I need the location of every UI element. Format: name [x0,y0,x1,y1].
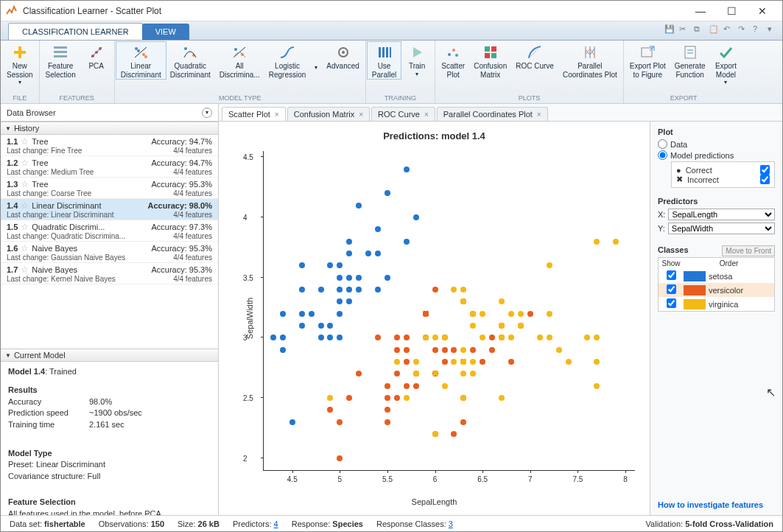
close-tab-icon[interactable]: × [275,111,279,119]
data-point [346,287,352,293]
star-icon[interactable]: ☆ [21,179,29,189]
show-class-checkbox[interactable] [667,298,676,308]
all-discriminants-button[interactable]: All Discrimina... [215,42,264,79]
data-point [289,419,295,425]
close-button[interactable]: ✕ [747,1,778,21]
use-parallel-button[interactable]: Use Parallel [368,42,401,79]
export-plot-button[interactable]: Export Plot to Figure [625,42,670,79]
svg-point-14 [184,47,187,50]
undo-icon[interactable]: ↶ [723,24,734,35]
star-icon[interactable]: ☆ [21,158,29,168]
data-point [499,323,505,329]
star-icon[interactable]: ☆ [21,265,29,275]
data-point [470,347,476,353]
history-item[interactable]: 1.6☆Naive BayesAccuracy: 95.3%Last chang… [1,242,218,263]
confusion-matrix-button[interactable]: Confusion Matrix [469,42,511,79]
star-icon[interactable]: ☆ [21,243,29,253]
response-classes-link[interactable]: 3 [449,519,453,528]
feature-selection-button[interactable]: Feature Selection [41,42,80,79]
history-item[interactable]: 1.7☆Naive BayesAccuracy: 95.3%Last chang… [1,263,218,284]
show-incorrect-checkbox[interactable] [760,175,770,184]
data-point [413,359,419,365]
scatter-plot-button[interactable]: Scatter Plot [437,42,469,79]
close-tab-icon[interactable]: × [424,111,429,119]
parallel-coords-button[interactable]: Parallel Coordinates Plot [558,42,622,79]
current-model-panel: Model 1.4: Trained Results Accuracy98.0%… [1,362,218,515]
data-point [337,419,343,425]
svg-rect-28 [485,46,490,52]
data-point [318,323,324,329]
predictors-link[interactable]: 4 [274,519,278,528]
data-point [460,298,466,304]
history-item[interactable]: 1.2☆TreeAccuracy: 94.7%Last change: Medi… [1,156,218,178]
color-swatch [684,299,706,309]
color-swatch [684,285,706,295]
scatter-plot-area: Predictions: model 1.4 22.533.544.54.555… [219,122,650,515]
x-predictor-select[interactable]: SepalLength [668,209,775,220]
maximize-button[interactable]: ☐ [716,1,747,21]
generate-function-button[interactable]: Generate Function [670,42,710,79]
paste-icon[interactable]: 📋 [709,24,719,35]
model-gallery-dropdown[interactable]: ▾ [310,42,322,71]
data-point [318,287,324,293]
data-point [594,359,600,365]
cut-icon[interactable]: ✂ [679,24,689,35]
linear-discriminant-button[interactable]: Linear Discriminant [116,42,166,79]
radio-predictions[interactable]: Model predictions [658,150,775,160]
show-class-checkbox[interactable] [667,270,676,280]
save-icon[interactable]: 💾 [664,24,675,35]
class-row-setosa[interactable]: setosa [659,269,774,283]
data-point [613,239,619,245]
advanced-button[interactable]: Advanced [322,42,363,71]
history-item[interactable]: 1.1☆TreeAccuracy: 94.7%Last change: Fine… [1,135,218,156]
star-icon[interactable]: ☆ [21,200,29,211]
quadratic-discriminant-button[interactable]: Quadratic Discriminant [166,42,215,79]
data-point [356,371,362,377]
star-icon[interactable]: ☆ [21,222,29,232]
export-model-button[interactable]: Export Model▾ [709,42,742,85]
radio-data[interactable]: Data [658,139,775,149]
doctab-parcoord[interactable]: Parallel Coordinates Plot× [437,107,548,121]
move-to-front-button[interactable]: Move to Front [722,245,775,256]
doctab-confusion[interactable]: Confusion Matrix× [287,107,370,121]
data-point [375,251,381,256]
svg-rect-4 [54,55,67,57]
tab-view[interactable]: VIEW [142,24,189,40]
train-button[interactable]: Train▾ [401,42,433,77]
class-row-versicolor[interactable]: versicolor [659,283,774,297]
data-point [518,311,524,317]
history-item[interactable]: 1.3☆TreeAccuracy: 95.3%Last change: Coar… [1,178,218,199]
data-point [299,287,305,293]
minimize-button[interactable]: — [685,1,716,21]
doctab-roc[interactable]: ROC Curve× [371,107,435,121]
data-point [499,395,505,401]
star-icon[interactable]: ☆ [21,136,29,147]
window-title: Classification Learner - Scatter Plot [23,6,685,16]
help-icon[interactable]: ? [753,24,763,35]
data-point [404,383,410,389]
axes[interactable]: 22.533.544.54.555.566.577.58✖✖✖ [263,151,635,471]
pca-button[interactable]: PCA [80,42,113,71]
show-class-checkbox[interactable] [667,284,676,294]
history-header[interactable]: ▼History [1,122,218,135]
close-tab-icon[interactable]: × [359,111,363,119]
new-session-button[interactable]: New Session▾ [2,42,38,85]
doctab-scatter[interactable]: Scatter Plot× [222,107,286,121]
current-model-header[interactable]: ▼Current Model [1,349,218,362]
dropdown-icon[interactable]: ▾ [768,24,778,35]
history-item[interactable]: 1.4☆Linear DiscriminantAccuracy: 98.0%La… [1,199,218,220]
close-tab-icon[interactable]: × [537,111,541,119]
roc-curve-button[interactable]: ROC Curve [511,42,558,71]
help-link[interactable]: How to investigate features [658,500,775,509]
logistic-regression-button[interactable]: Logistic Regression [264,42,311,79]
data-point [280,311,286,317]
tab-classification-learner[interactable]: CLASSIFICATION LEARNER [8,23,143,40]
redo-icon[interactable]: ↷ [738,24,748,35]
history-item[interactable]: 1.5☆Quadratic Discrimi...Accuracy: 97.3%… [1,220,218,242]
copy-icon[interactable]: ⧉ [694,24,704,35]
data-browser-menu-icon[interactable]: ▾ [202,108,212,118]
class-row-virginica[interactable]: virginica [659,297,774,311]
data-point [470,311,476,317]
y-predictor-select[interactable]: SepalWidth [668,223,775,234]
show-correct-checkbox[interactable] [760,165,770,175]
